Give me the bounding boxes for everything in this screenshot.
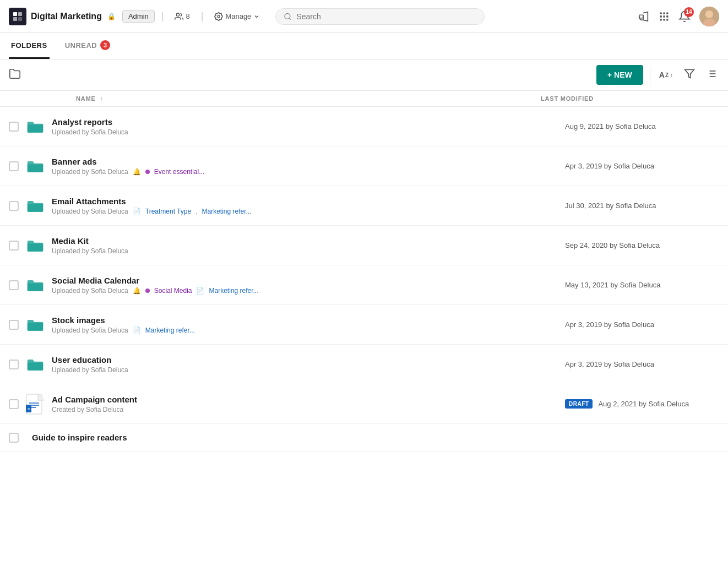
svg-rect-12 [660,15,662,17]
row-checkbox[interactable] [9,280,19,290]
bell-icon: 🔔 [133,287,141,295]
tag[interactable]: Event essential... [154,168,204,176]
row-checkbox[interactable] [9,161,19,171]
file-name[interactable]: Email Attachments [52,197,558,206]
folder-icon [25,196,45,216]
view-toggle-button[interactable] [704,66,719,84]
table-row: ≡ Ad Campaign content Created by Sofia D… [0,384,728,424]
tag[interactable]: Treatment Type [145,208,191,215]
row-checkbox[interactable] [9,201,19,211]
file-info: User education Uploaded by Sofia Deluca [52,355,558,374]
file-name[interactable]: Banner ads [52,157,558,166]
table-row: Guide to inspire readers [0,424,728,451]
svg-rect-10 [663,12,665,14]
file-info: Email Attachments Uploaded by Sofia Delu… [52,197,558,215]
doc-icon: 📄 [196,287,204,295]
svg-rect-2 [13,17,17,21]
toolbar-separator [650,67,650,83]
search-bar[interactable] [275,8,485,25]
avatar[interactable] [699,7,719,26]
settings-icon [214,12,223,21]
row-checkbox[interactable] [9,433,19,443]
tag[interactable]: Marketing refer... [209,287,258,295]
toolbar-right: + NEW AZ ↑ [596,65,719,85]
tab-unread[interactable]: UNREAD 3 [63,33,113,59]
file-name[interactable]: Media Kit [52,236,558,246]
file-name[interactable]: Social Media Calendar [52,276,558,285]
row-checkbox[interactable] [9,241,19,251]
folder-icon [25,275,45,295]
separator2: | [201,10,204,22]
search-input[interactable] [296,12,476,21]
filter-button[interactable] [682,66,697,84]
manage-button[interactable]: Manage [210,10,264,23]
file-name[interactable]: User education [52,355,558,364]
file-name[interactable]: Guide to inspire readers [32,433,127,442]
tab-folders[interactable]: FOLDERS [9,33,50,59]
svg-rect-16 [663,19,665,20]
dot-icon [145,170,150,174]
row-checkbox[interactable] [9,399,19,409]
admin-badge[interactable]: Admin [122,10,155,23]
svg-rect-13 [663,15,665,17]
dot-icon [145,289,150,293]
file-name[interactable]: Stock images [52,315,558,325]
file-meta: Uploaded by Sofia Deluca 🔔 Social Media … [52,287,558,295]
svg-point-19 [705,10,713,18]
svg-rect-8 [639,15,643,18]
members-icon [175,12,183,21]
tag[interactable]: Social Media [154,287,192,295]
modified-date: Sep 24, 2020 by Sofia Deluca [565,241,660,249]
svg-text:≡: ≡ [28,407,30,411]
grid-button[interactable] [659,11,670,22]
file-list: Analyst reports Uploaded by Sofia Deluca… [0,107,728,451]
megaphone-button[interactable] [638,10,650,23]
file-info: Ad Campaign content Created by Sofia Del… [52,395,558,413]
uploader: Uploaded by Sofia Deluca [52,208,128,215]
modified-cell: Apr 3, 2019 by Sofia Deluca [565,162,719,170]
chevron-down-icon [253,13,260,20]
tag[interactable]: Marketing refer... [145,326,195,334]
draft-badge: DRAFT [565,399,593,409]
svg-rect-1 [18,12,22,16]
row-checkbox[interactable] [9,320,19,330]
modified-cell: Aug 9, 2021 by Sofia Deluca [565,122,719,130]
members-button[interactable]: 8 [170,10,194,23]
col-name-header[interactable]: NAME ↑ [76,95,541,102]
new-button[interactable]: + NEW [596,65,643,85]
folder-icon [25,117,45,137]
uploader: Created by Sofia Deluca [52,406,123,413]
document-icon: ≡ [25,394,45,414]
table-row: Social Media Calendar Uploaded by Sofia … [0,265,728,305]
svg-marker-21 [685,69,694,78]
file-name[interactable]: Ad Campaign content [52,395,558,404]
svg-rect-14 [666,15,668,17]
modified-cell: Apr 3, 2019 by Sofia Deluca [565,320,719,329]
uploader: Uploaded by Sofia Deluca [52,128,128,136]
header-actions: 14 [638,7,719,26]
table-header: NAME ↑ LAST MODIFIED [0,91,728,107]
tab-folders-label: FOLDERS [11,41,47,50]
tag[interactable]: Marketing refer... [202,208,251,215]
svg-rect-0 [13,12,17,16]
table-row: Analyst reports Uploaded by Sofia Deluca… [0,107,728,146]
tabs: FOLDERS UNREAD 3 [0,33,728,59]
notifications-button[interactable]: 14 [678,10,691,23]
file-name[interactable]: Analyst reports [52,117,558,127]
row-checkbox[interactable] [9,122,19,132]
sort-button[interactable]: AZ ↑ [657,68,675,81]
folder-icon [25,355,45,374]
file-info: Banner ads Uploaded by Sofia Deluca 🔔 Ev… [52,157,558,176]
file-meta: Created by Sofia Deluca [52,406,558,413]
members-count: 8 [186,12,189,20]
row-checkbox[interactable] [9,360,19,369]
tab-unread-label: UNREAD [65,41,97,50]
unread-badge: 3 [100,40,110,50]
file-info: Media Kit Uploaded by Sofia Deluca [52,236,558,255]
modified-date: Apr 3, 2019 by Sofia Deluca [565,320,654,329]
separator: | [161,10,164,22]
modified-cell: DRAFT Aug 2, 2021 by Sofia Deluca [565,399,719,409]
folder-breadcrumb-icon[interactable] [9,68,21,83]
brand: Digital Marketing 🔒 [9,8,116,25]
folder-icon [25,236,45,255]
